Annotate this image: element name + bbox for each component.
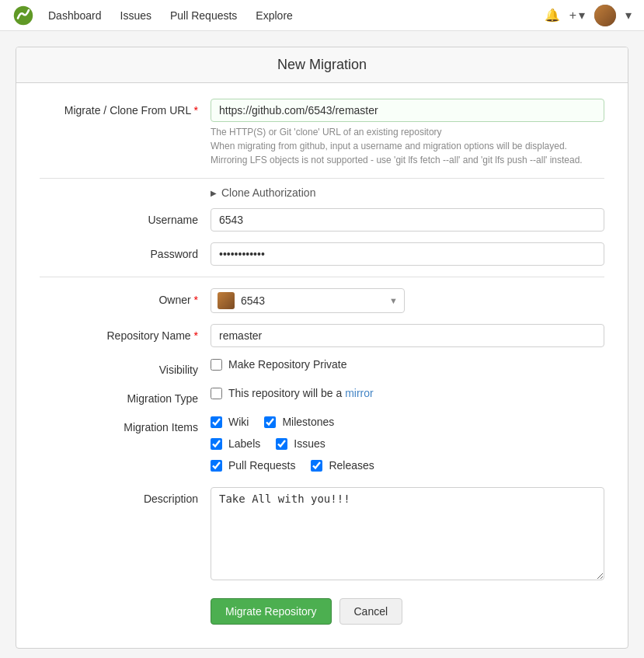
owner-field: 6543 ▼ <box>211 288 604 313</box>
password-label: Password <box>40 242 211 260</box>
issues-checkbox-row: Issues <box>276 437 325 450</box>
repo-name-field <box>211 324 604 347</box>
pull-requests-checkbox[interactable] <box>211 460 222 472</box>
username-row: Username <box>40 208 604 232</box>
description-textarea[interactable]: Take All with you!!! <box>211 487 604 580</box>
clone-auth-section: ▶ Clone Authorization Username Password <box>40 178 604 266</box>
clone-auth-toggle[interactable]: ▶ Clone Authorization <box>211 186 604 199</box>
migration-type-checkbox[interactable] <box>211 388 222 399</box>
pull-requests-label[interactable]: Pull Requests <box>228 459 295 472</box>
visibility-checkbox[interactable] <box>211 359 222 371</box>
card-body: Migrate / Clone From URL * The HTTP(S) o… <box>16 83 628 648</box>
migrate-button[interactable]: Migrate Repository <box>211 598 332 625</box>
url-help: The HTTP(S) or Git 'clone' URL of an exi… <box>211 125 604 167</box>
username-input[interactable] <box>211 208 604 232</box>
mirror-link[interactable]: mirror <box>345 387 374 399</box>
migration-type-row: Migration Type This repository will be a… <box>40 387 604 405</box>
repo-name-input[interactable] <box>211 324 604 347</box>
description-label: Description <box>40 487 211 505</box>
migration-items-row: Migration Items Wiki Milestones <box>40 416 604 476</box>
user-avatar-button[interactable] <box>594 5 616 26</box>
wiki-checkbox-row: Wiki <box>211 416 249 428</box>
releases-label[interactable]: Releases <box>329 459 374 472</box>
toggle-triangle-icon: ▶ <box>211 189 217 197</box>
site-logo[interactable] <box>12 5 34 26</box>
url-required-mark: * <box>191 104 198 117</box>
repo-name-required-mark: * <box>191 329 198 342</box>
migration-type-checkbox-row: This repository will be a mirror <box>211 387 604 399</box>
card-title: New Migration <box>16 47 628 83</box>
clone-auth-label: Clone Authorization <box>221 186 315 199</box>
plus-caret-icon: ▾ <box>579 8 585 23</box>
labels-label[interactable]: Labels <box>228 437 260 450</box>
migration-type-checkbox-label[interactable]: This repository will be a mirror <box>228 387 374 399</box>
user-menu-caret[interactable]: ▾ <box>625 8 632 23</box>
nav-dashboard[interactable]: Dashboard <box>47 2 103 30</box>
password-field <box>211 242 604 266</box>
svg-point-0 <box>14 5 33 25</box>
repo-name-row: Repository Name * <box>40 324 604 347</box>
migration-card: New Migration Migrate / Clone From URL *… <box>16 47 628 649</box>
milestones-checkbox-row: Milestones <box>264 416 334 428</box>
milestones-label[interactable]: Milestones <box>282 416 334 428</box>
navbar-right: 🔔 + ▾ ▾ <box>545 5 632 26</box>
owner-label: Owner * <box>40 288 211 306</box>
owner-row: Owner * 6543 ▼ <box>40 288 604 313</box>
owner-avatar <box>218 292 235 309</box>
issues-checkbox[interactable] <box>276 438 287 450</box>
navbar: Dashboard Issues Pull Requests Explore 🔔… <box>0 0 644 31</box>
releases-checkbox-row: Releases <box>311 459 374 472</box>
owner-required-mark: * <box>191 294 198 306</box>
plus-icon: + <box>569 9 576 23</box>
plus-dropdown: + ▾ <box>569 8 585 23</box>
pull-requests-checkbox-row: Pull Requests <box>211 459 295 472</box>
wiki-checkbox[interactable] <box>211 416 222 428</box>
avatar <box>594 5 616 26</box>
description-row: Description Take All with you!!! <box>40 487 604 583</box>
migration-type-field: This repository will be a mirror <box>211 387 604 404</box>
labels-checkbox-row: Labels <box>211 437 260 450</box>
visibility-label: Visibility <box>40 358 211 376</box>
cancel-button[interactable]: Cancel <box>339 598 403 625</box>
issues-label[interactable]: Issues <box>294 437 325 450</box>
url-label: Migrate / Clone From URL * <box>40 99 211 117</box>
nav-pull-requests[interactable]: Pull Requests <box>169 2 238 30</box>
username-label: Username <box>40 208 211 226</box>
wiki-label[interactable]: Wiki <box>228 416 249 428</box>
notifications-button[interactable]: 🔔 <box>545 8 560 23</box>
labels-checkbox[interactable] <box>211 438 222 450</box>
password-input[interactable] <box>211 242 604 266</box>
visibility-field: Make Repository Private <box>211 358 604 375</box>
releases-checkbox[interactable] <box>311 460 322 472</box>
mirror-label-prefix: This repository will be a <box>228 387 345 399</box>
section-divider <box>40 277 604 277</box>
migration-items-label: Migration Items <box>40 416 211 433</box>
migration-items-row-2: Labels Issues <box>211 437 604 454</box>
button-row: Migrate Repository Cancel <box>211 598 604 625</box>
nav-explore[interactable]: Explore <box>254 2 294 30</box>
owner-name: 6543 <box>241 294 383 307</box>
migration-items-row-3: Pull Requests Releases <box>211 459 604 476</box>
owner-select[interactable]: 6543 ▼ <box>211 288 405 313</box>
description-field: Take All with you!!! <box>211 487 604 583</box>
owner-caret-icon: ▼ <box>389 296 398 305</box>
url-field: The HTTP(S) or Git 'clone' URL of an exi… <box>211 99 604 167</box>
page-content: New Migration Migrate / Clone From URL *… <box>0 31 644 658</box>
milestones-checkbox[interactable] <box>264 416 276 428</box>
repo-name-label: Repository Name * <box>40 324 211 342</box>
visibility-checkbox-label[interactable]: Make Repository Private <box>228 358 347 371</box>
create-button[interactable]: + ▾ <box>569 8 585 23</box>
migration-items-field: Wiki Milestones Labels <box>211 416 604 476</box>
migration-items-row-1: Wiki Milestones <box>211 416 604 433</box>
url-input[interactable] <box>211 99 604 122</box>
username-field <box>211 208 604 232</box>
visibility-checkbox-row: Make Repository Private <box>211 358 604 371</box>
visibility-row: Visibility Make Repository Private <box>40 358 604 376</box>
password-row: Password <box>40 242 604 266</box>
nav-issues[interactable]: Issues <box>119 2 153 30</box>
nav-links: Dashboard Issues Pull Requests Explore <box>47 2 545 30</box>
url-row: Migrate / Clone From URL * The HTTP(S) o… <box>40 99 604 167</box>
migration-type-label: Migration Type <box>40 387 211 405</box>
